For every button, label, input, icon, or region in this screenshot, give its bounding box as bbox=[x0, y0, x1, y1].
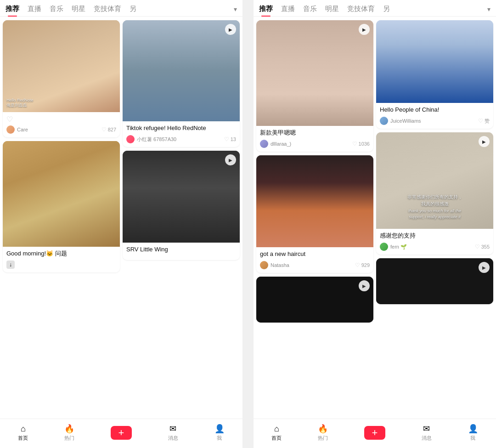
care-like-count: 827 bbox=[108, 127, 116, 132]
arrow-icon: ↓ bbox=[6, 261, 15, 269]
add-button-right[interactable]: + bbox=[364, 426, 385, 440]
tiktok-heart-icon: ♡ bbox=[224, 136, 229, 142]
phone-right: 推荐 直播 音乐 明星 竞技体育 另 ▾ ▶ 新款美甲嗯嗯 bbox=[254, 0, 496, 448]
add-button-left[interactable]: + bbox=[111, 426, 132, 440]
nav-bar-right: 推荐 直播 音乐 明星 竞技体育 另 ▾ bbox=[254, 0, 496, 17]
hot-icon-left: 🔥 bbox=[64, 424, 74, 434]
haircut-like-count: 929 bbox=[361, 262, 370, 268]
card-nails[interactable]: ▶ 新款美甲嗯嗯 dlllaraa_) ♡ 1036 bbox=[256, 20, 373, 152]
heart-top-care: ♡ bbox=[6, 115, 13, 124]
bottom-nav-me-left[interactable]: 👤 我 bbox=[214, 424, 225, 442]
care-heart-icon: ♡ bbox=[101, 126, 107, 133]
tiktok-image: ▶ bbox=[123, 20, 240, 121]
haircut-author: Natasha bbox=[260, 261, 289, 269]
care-name: Care bbox=[17, 127, 28, 132]
goodmorning-image bbox=[3, 141, 120, 247]
haircut-info: got a new haircut Natasha ♡ 929 bbox=[256, 247, 373, 273]
card-video-bottom[interactable]: ▶ bbox=[256, 277, 373, 323]
bottom-nav-home-right[interactable]: ⌂ 首页 bbox=[271, 424, 282, 442]
tiktok-avatar bbox=[126, 135, 135, 143]
card-drums[interactable]: ▶ bbox=[376, 258, 493, 304]
nav-item-yinyue-right[interactable]: 音乐 bbox=[303, 5, 317, 13]
juice-avatar bbox=[380, 117, 388, 125]
card-srv[interactable]: ▶ SRV Little Wing bbox=[123, 151, 240, 260]
bottom-nav-home-left[interactable]: ⌂ 首页 bbox=[18, 424, 28, 442]
haircut-image bbox=[256, 155, 373, 247]
nails-avatar bbox=[260, 140, 268, 148]
nav-item-tuijian-left[interactable]: 推荐 bbox=[6, 5, 19, 13]
fern-info: 感谢您的支持 fern 🌱 ♡ 355 bbox=[376, 229, 493, 255]
haircut-heart-icon: ♡ bbox=[355, 262, 360, 268]
me-icon-right: 👤 bbox=[468, 424, 478, 434]
nav-item-jingji-left[interactable]: 竞技体育 bbox=[94, 5, 121, 13]
masonry-right: ▶ 新款美甲嗯嗯 dlllaraa_) ♡ 1036 bbox=[256, 20, 493, 323]
srv-title: SRV Little Wing bbox=[126, 245, 236, 254]
msg-icon-left: ✉ bbox=[169, 424, 176, 434]
bottom-nav-hot-left[interactable]: 🔥 热门 bbox=[64, 424, 74, 442]
msg-icon-right: ✉ bbox=[423, 424, 430, 434]
nav-item-more-right[interactable]: 另 bbox=[383, 5, 390, 13]
nails-like-count: 1036 bbox=[359, 141, 370, 147]
bottom-nav-msg-left[interactable]: ✉ 消息 bbox=[168, 424, 178, 442]
fern-play-btn[interactable]: ▶ bbox=[479, 136, 490, 147]
fern-meta: fern 🌱 ♡ 355 bbox=[380, 243, 490, 251]
me-label-left: 我 bbox=[217, 435, 222, 442]
card-care[interactable]: Hello RedNote俺是刘磊磊 ♡ Care ♡ bbox=[3, 20, 120, 137]
tiktok-name: 小红薯 67857A30 bbox=[137, 136, 176, 143]
bottom-nav-right: ⌂ 首页 🔥 热门 + ✉ 消息 👤 我 bbox=[254, 419, 496, 448]
card-care-meta2: Care ♡ 827 bbox=[6, 125, 116, 134]
card-care-image: Hello RedNote俺是刘磊磊 bbox=[3, 20, 120, 112]
phone-divider bbox=[246, 0, 250, 448]
nails-author: dlllaraa_) bbox=[260, 140, 291, 148]
juice-like-count: 赞 bbox=[485, 118, 490, 125]
nav-item-tuijian-right[interactable]: 推荐 bbox=[259, 5, 273, 13]
nav-item-more-left[interactable]: 另 bbox=[130, 5, 136, 13]
card-juice[interactable]: Hello People of China! JuiceWilliams ♡ 赞 bbox=[376, 20, 493, 129]
tiktok-play-btn[interactable]: ▶ bbox=[225, 24, 236, 35]
tiktok-author: 小红薯 67857A30 bbox=[126, 135, 176, 143]
nav-item-zhibo-right[interactable]: 直播 bbox=[281, 5, 295, 13]
home-label-left: 首页 bbox=[18, 435, 28, 442]
bottom-nav-add-left[interactable]: + bbox=[111, 426, 132, 440]
fern-title: 感谢您的支持 bbox=[380, 232, 490, 240]
care-overlay-text: Hello RedNote俺是刘磊磊 bbox=[6, 98, 34, 108]
nails-play-btn[interactable]: ▶ bbox=[359, 24, 370, 35]
juice-likes: ♡ 赞 bbox=[478, 118, 490, 125]
goodmorning-info: Good morning!🐱 问题 ↓ bbox=[3, 247, 120, 272]
masonry-left: Hello RedNote俺是刘磊磊 ♡ Care ♡ bbox=[3, 20, 240, 272]
nails-title: 新款美甲嗯嗯 bbox=[260, 129, 370, 137]
fern-subtitle-block: 非常感谢你们所有的支持，我真的很感激 thank you so much for… bbox=[376, 193, 493, 220]
nav-item-zhibo-left[interactable]: 直播 bbox=[28, 5, 41, 13]
bottom-nav-add-right[interactable]: + bbox=[364, 426, 385, 440]
haircut-meta: Natasha ♡ 929 bbox=[260, 261, 370, 269]
bottom-nav-msg-right[interactable]: ✉ 消息 bbox=[422, 424, 432, 442]
srv-play-btn[interactable]: ▶ bbox=[225, 154, 236, 165]
fern-avatar bbox=[380, 243, 388, 251]
nails-meta: dlllaraa_) ♡ 1036 bbox=[260, 140, 370, 148]
haircut-name: Natasha bbox=[271, 262, 289, 268]
card-fern[interactable]: ▶ 非常感谢你们所有的支持，我真的很感激 thank you so much f… bbox=[376, 132, 493, 255]
fern-image: ▶ 非常感谢你们所有的支持，我真的很感激 thank you so much f… bbox=[376, 132, 493, 229]
hot-label-left: 热门 bbox=[64, 435, 74, 442]
juice-title: Hello People of China! bbox=[380, 106, 490, 114]
nav-dropdown-right[interactable]: ▾ bbox=[487, 6, 490, 13]
nav-item-jingji-right[interactable]: 竞技体育 bbox=[347, 5, 375, 13]
bottom-nav-me-right[interactable]: 👤 我 bbox=[468, 424, 478, 442]
column-left-0: Hello RedNote俺是刘磊磊 ♡ Care ♡ bbox=[3, 20, 120, 272]
juice-meta: JuiceWilliams ♡ 赞 bbox=[380, 117, 490, 125]
nav-item-mingxing-left[interactable]: 明星 bbox=[72, 5, 85, 13]
nav-dropdown-left[interactable]: ▾ bbox=[234, 6, 237, 13]
column-right-0: ▶ 新款美甲嗯嗯 dlllaraa_) ♡ 1036 bbox=[256, 20, 373, 323]
tiktok-like-count: 13 bbox=[231, 136, 236, 142]
care-likes: ♡ 827 bbox=[101, 126, 116, 133]
msg-label-left: 消息 bbox=[168, 435, 178, 442]
card-haircut[interactable]: got a new haircut Natasha ♡ 929 bbox=[256, 155, 373, 273]
video-bottom-image: ▶ bbox=[256, 277, 373, 323]
nav-item-mingxing-right[interactable]: 明星 bbox=[325, 5, 339, 13]
nav-item-yinyue-left[interactable]: 音乐 bbox=[50, 5, 63, 13]
bottom-nav-hot-right[interactable]: 🔥 热门 bbox=[318, 424, 328, 442]
goodmorning-meta: ↓ bbox=[6, 261, 116, 269]
card-tiktok[interactable]: ▶ Tiktok refugee! Hello RedNote 小红薯 6785… bbox=[123, 20, 240, 147]
card-goodmorning[interactable]: Good morning!🐱 问题 ↓ bbox=[3, 141, 120, 272]
phone-left: 推荐 直播 音乐 明星 竞技体育 另 ▾ Hello RedNote俺是刘磊磊 bbox=[0, 0, 242, 448]
